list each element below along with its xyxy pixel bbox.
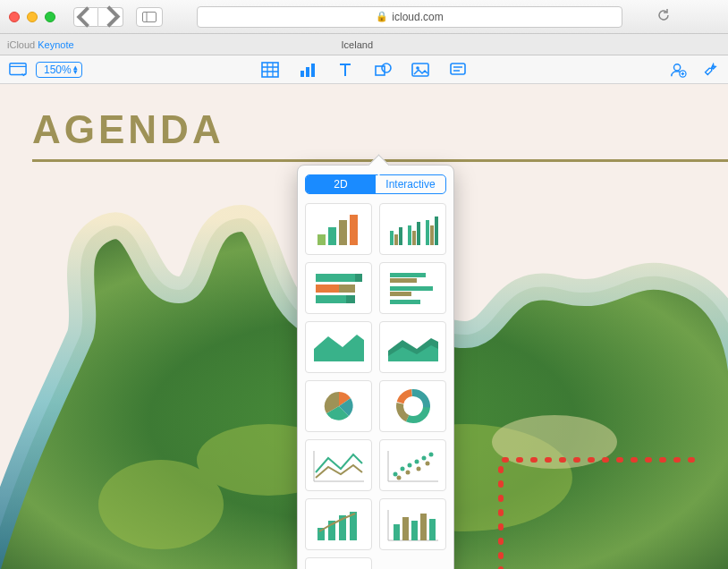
svg-rect-34 — [316, 284, 339, 293]
breadcrumb-icloud[interactable]: iCloud — [7, 39, 35, 50]
lock-icon: 🔒 — [376, 11, 388, 22]
chevron-updown-icon: ▴▾ — [73, 65, 78, 74]
svg-point-8 — [382, 64, 391, 72]
svg-point-54 — [405, 471, 410, 475]
chart-type-grid — [305, 203, 446, 569]
svg-rect-5 — [306, 67, 309, 77]
safari-toolbar: 🔒 icloud.com — [0, 0, 728, 34]
svg-rect-32 — [316, 274, 355, 282]
svg-rect-26 — [408, 225, 411, 245]
zoom-select[interactable]: 150% ▴▾ — [36, 62, 82, 78]
svg-point-12 — [674, 64, 681, 70]
svg-point-49 — [407, 463, 411, 468]
svg-rect-19 — [317, 234, 326, 245]
svg-point-50 — [414, 460, 419, 464]
svg-rect-63 — [411, 521, 418, 540]
chart-category-segmented: 2D Interactive — [305, 174, 446, 194]
chart-mixed-bar-line[interactable] — [305, 498, 372, 550]
svg-point-47 — [393, 472, 397, 477]
chart-type-popover: 2D Interactive — [297, 165, 454, 569]
chart-area-stacked[interactable] — [379, 321, 446, 373]
svg-point-51 — [421, 456, 426, 461]
svg-point-52 — [428, 453, 433, 457]
svg-rect-36 — [316, 295, 346, 303]
svg-rect-31 — [435, 217, 438, 245]
chart-column-negative[interactable] — [379, 498, 446, 550]
chart-bubble[interactable] — [305, 557, 372, 569]
svg-rect-62 — [402, 517, 409, 540]
chart-area[interactable] — [305, 321, 372, 373]
insert-table-button[interactable] — [261, 62, 279, 78]
breadcrumb-keynote[interactable]: Keynote — [38, 39, 73, 50]
document-title: Iceland — [74, 39, 640, 50]
svg-rect-22 — [350, 215, 358, 245]
chart-scatter[interactable] — [379, 439, 446, 491]
insert-text-button[interactable] — [336, 62, 354, 78]
tab-bar: iCloud Keynote Iceland — [0, 34, 728, 55]
svg-point-16 — [98, 460, 224, 549]
svg-rect-6 — [311, 64, 315, 77]
svg-rect-24 — [394, 234, 398, 245]
view-menu-button[interactable] — [9, 62, 27, 78]
chart-bar-horizontal-stacked[interactable] — [305, 262, 372, 314]
tab-interactive[interactable]: Interactive — [376, 175, 445, 193]
svg-rect-37 — [346, 295, 355, 303]
address-bar[interactable]: 🔒 icloud.com — [197, 6, 622, 28]
chart-bar-vertical[interactable] — [305, 203, 372, 255]
svg-rect-29 — [426, 220, 429, 245]
slide-canvas[interactable]: AGENDA — [0, 84, 728, 569]
svg-rect-64 — [420, 514, 427, 540]
svg-point-48 — [400, 467, 404, 471]
svg-rect-39 — [390, 278, 417, 283]
svg-point-56 — [425, 462, 429, 466]
svg-point-55 — [416, 467, 420, 471]
insert-image-button[interactable] — [411, 62, 429, 78]
zoom-value: 150% — [44, 64, 72, 76]
keynote-toolbar: 150% ▴▾ — [0, 55, 728, 84]
insert-comment-button[interactable] — [449, 62, 467, 78]
tab-2d[interactable]: 2D — [306, 175, 376, 193]
svg-rect-28 — [417, 222, 420, 245]
forward-button[interactable] — [98, 7, 123, 27]
chart-pie[interactable] — [305, 380, 372, 432]
svg-rect-0 — [143, 12, 157, 21]
chart-bar-vertical-clustered[interactable] — [379, 203, 446, 255]
svg-rect-33 — [355, 274, 362, 282]
svg-rect-25 — [399, 227, 402, 245]
svg-rect-42 — [390, 300, 420, 304]
svg-rect-35 — [339, 284, 355, 293]
back-button[interactable] — [73, 7, 98, 27]
collaborate-button[interactable] — [669, 62, 687, 78]
svg-rect-38 — [390, 273, 426, 277]
svg-rect-41 — [390, 292, 411, 296]
svg-rect-23 — [390, 231, 394, 245]
svg-rect-11 — [451, 64, 465, 74]
window-traffic-lights — [9, 12, 55, 22]
svg-rect-30 — [430, 225, 434, 245]
zoom-window-button[interactable] — [45, 12, 55, 22]
svg-point-53 — [396, 476, 401, 480]
show-sidebar-button[interactable] — [136, 7, 163, 27]
url-host: icloud.com — [392, 11, 443, 23]
svg-point-18 — [492, 415, 617, 469]
svg-rect-21 — [339, 220, 347, 245]
svg-rect-4 — [301, 71, 304, 77]
chart-bar-horizontal-clustered[interactable] — [379, 262, 446, 314]
tools-button[interactable] — [701, 62, 719, 78]
close-window-button[interactable] — [9, 12, 20, 22]
chart-donut[interactable] — [379, 380, 446, 432]
svg-rect-20 — [328, 227, 336, 245]
svg-rect-40 — [390, 286, 433, 291]
reload-button[interactable] — [656, 8, 676, 26]
nav-back-forward — [73, 7, 123, 27]
insert-shape-button[interactable] — [374, 62, 392, 78]
svg-rect-65 — [429, 519, 436, 540]
minimize-window-button[interactable] — [27, 12, 38, 22]
insert-tools — [261, 62, 467, 78]
chart-line[interactable] — [305, 439, 372, 491]
svg-rect-2 — [10, 63, 26, 74]
svg-rect-27 — [412, 231, 416, 245]
svg-rect-61 — [394, 524, 400, 540]
svg-rect-3 — [262, 63, 278, 77]
insert-chart-button[interactable] — [299, 62, 317, 78]
